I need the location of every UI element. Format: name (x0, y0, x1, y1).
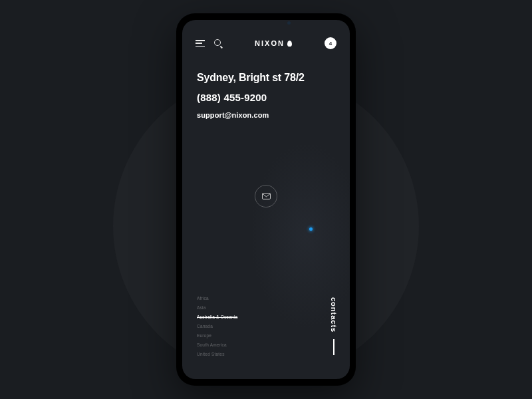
cart-badge[interactable]: 4 (325, 37, 336, 49)
contact-address: Sydney, Bright st 78/2 (197, 72, 336, 84)
region-item[interactable]: Africa (197, 296, 237, 301)
contact-phone[interactable]: (888) 455-9200 (197, 92, 336, 103)
brand-drop-icon (287, 41, 292, 47)
region-item[interactable]: Canada (197, 324, 237, 329)
page-label-text: contacts (330, 297, 338, 332)
location-marker (309, 227, 313, 231)
brand-logo[interactable]: NIXON (255, 39, 292, 47)
search-icon[interactable] (214, 39, 222, 47)
region-item[interactable]: Europe (197, 333, 237, 338)
brand-text: NIXON (255, 39, 285, 47)
page-label-vertical: contacts (330, 297, 338, 355)
mail-button[interactable] (255, 185, 277, 207)
contact-email[interactable]: support@nixon.com (197, 111, 336, 119)
menu-icon[interactable] (196, 40, 205, 47)
contact-content: Sydney, Bright st 78/2 (888) 455-9200 su… (182, 49, 350, 119)
region-item[interactable]: Australia & Oceania (197, 315, 237, 319)
screen: NIXON 4 Sydney, Bright st 78/2 (888) 455… (182, 20, 350, 379)
app-header: NIXON 4 (182, 20, 350, 49)
region-item[interactable]: United States (197, 352, 237, 356)
region-item[interactable]: Asia (197, 305, 237, 310)
region-list: AfricaAsiaAustralia & OceaniaCanadaEurop… (197, 296, 237, 356)
region-item[interactable]: South America (197, 342, 237, 347)
phone-frame: NIXON 4 Sydney, Bright st 78/2 (888) 455… (176, 13, 356, 386)
header-left (196, 39, 222, 47)
mail-icon (262, 193, 271, 200)
badge-count: 4 (329, 41, 332, 47)
